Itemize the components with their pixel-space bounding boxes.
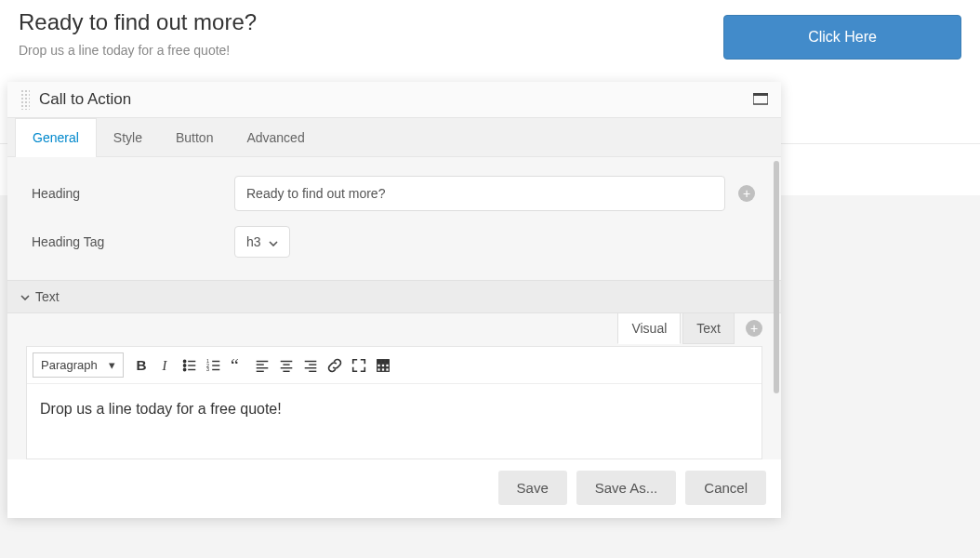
responsive-toggle-icon[interactable] bbox=[753, 93, 768, 106]
toolbar-toggle-icon[interactable] bbox=[371, 353, 395, 378]
editor-toolbar: Paragraph ▾ B I 123 “ bbox=[27, 347, 761, 384]
svg-rect-34 bbox=[385, 364, 389, 367]
tab-general[interactable]: General bbox=[15, 118, 97, 157]
add-connection-icon[interactable]: + bbox=[746, 320, 762, 337]
svg-rect-35 bbox=[377, 367, 380, 371]
align-left-icon[interactable] bbox=[250, 353, 274, 378]
svg-rect-1 bbox=[753, 93, 768, 96]
save-as-button[interactable]: Save As... bbox=[576, 471, 677, 505]
chevron-down-icon bbox=[20, 290, 30, 303]
save-button[interactable]: Save bbox=[498, 471, 567, 505]
editor-tab-text[interactable]: Text bbox=[682, 312, 735, 344]
svg-rect-33 bbox=[381, 364, 385, 367]
heading-tag-select[interactable]: h3 bbox=[234, 226, 290, 258]
svg-text:“: “ bbox=[231, 357, 239, 374]
heading-input[interactable] bbox=[234, 176, 725, 211]
cancel-button[interactable]: Cancel bbox=[685, 471, 766, 505]
text-accordion-label: Text bbox=[35, 289, 60, 304]
svg-rect-37 bbox=[385, 367, 389, 371]
bullet-list-icon[interactable] bbox=[178, 353, 202, 378]
svg-text:I: I bbox=[161, 358, 167, 373]
svg-rect-32 bbox=[377, 364, 380, 367]
editor-content[interactable]: Drop us a line today for a free quote! bbox=[27, 384, 761, 458]
tab-button[interactable]: Button bbox=[159, 118, 230, 156]
modal-title: Call to Action bbox=[39, 90, 753, 109]
svg-rect-31 bbox=[385, 359, 389, 363]
blockquote-icon[interactable]: “ bbox=[226, 353, 250, 378]
tab-advanced[interactable]: Advanced bbox=[230, 118, 321, 156]
add-connection-icon[interactable]: + bbox=[738, 185, 755, 202]
svg-point-8 bbox=[183, 368, 185, 370]
svg-point-6 bbox=[183, 364, 185, 365]
modal-tabs: General Style Button Advanced bbox=[7, 118, 781, 157]
link-icon[interactable] bbox=[323, 353, 347, 378]
svg-text:B: B bbox=[136, 357, 146, 373]
drag-handle-icon[interactable] bbox=[20, 89, 30, 110]
align-center-icon[interactable] bbox=[274, 353, 298, 378]
hero-cta-button[interactable]: Click Here bbox=[723, 15, 961, 60]
settings-modal: Call to Action General Style Button Adva… bbox=[7, 82, 781, 518]
editor-tab-visual[interactable]: Visual bbox=[617, 312, 681, 344]
svg-rect-29 bbox=[377, 359, 380, 363]
hero-heading: Ready to find out more? bbox=[19, 9, 257, 35]
svg-text:3: 3 bbox=[206, 366, 209, 372]
heading-tag-label: Heading Tag bbox=[20, 234, 234, 249]
heading-tag-value: h3 bbox=[246, 234, 261, 249]
svg-rect-36 bbox=[381, 367, 385, 371]
format-select[interactable]: Paragraph ▾ bbox=[33, 352, 124, 378]
bold-icon[interactable]: B bbox=[129, 353, 153, 378]
svg-point-4 bbox=[183, 360, 185, 362]
fullscreen-icon[interactable] bbox=[347, 353, 371, 378]
heading-label: Heading bbox=[20, 186, 234, 201]
align-right-icon[interactable] bbox=[298, 353, 323, 378]
italic-icon[interactable]: I bbox=[153, 353, 178, 378]
tab-style[interactable]: Style bbox=[97, 118, 159, 156]
caret-down-icon: ▾ bbox=[109, 358, 115, 372]
text-accordion[interactable]: Text bbox=[7, 280, 781, 313]
numbered-list-icon[interactable]: 123 bbox=[202, 353, 226, 378]
hero-subtext: Drop us a line today for a free quote! bbox=[19, 43, 257, 58]
svg-rect-30 bbox=[381, 359, 385, 363]
chevron-down-icon bbox=[269, 234, 278, 249]
